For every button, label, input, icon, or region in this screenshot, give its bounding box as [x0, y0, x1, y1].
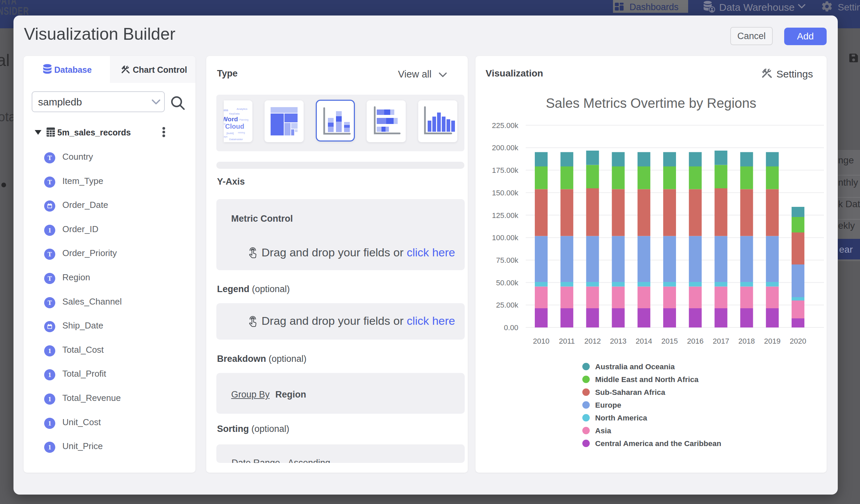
svg-text:Cloud: Cloud: [225, 123, 244, 130]
svg-text:Middle East and North Africa: Middle East and North Africa: [595, 375, 699, 384]
svg-text:100.00k: 100.00k: [492, 233, 519, 242]
svg-text:2015: 2015: [661, 337, 678, 345]
svg-text:75.00k: 75.00k: [496, 256, 519, 264]
svg-text:Central America and the Caribb: Central America and the Caribbean: [595, 439, 721, 448]
svg-text:2011: 2011: [559, 337, 575, 345]
svg-text:2020: 2020: [790, 337, 806, 345]
svg-text:Sales Metrics Overtime by Regi: Sales Metrics Overtime by Regions: [546, 96, 757, 111]
svg-text:150.00k: 150.00k: [492, 189, 519, 197]
svg-text:Australia and Oceania: Australia and Oceania: [595, 362, 675, 371]
svg-text:Analytics: Analytics: [236, 107, 247, 111]
svg-text:North America: North America: [595, 414, 647, 422]
svg-text:2018: 2018: [739, 337, 755, 345]
svg-text:200.00k: 200.00k: [492, 144, 519, 152]
svg-text:175.00k: 175.00k: [492, 166, 519, 174]
svg-text:Visualization: Visualization: [486, 68, 543, 78]
svg-text:2014: 2014: [635, 337, 652, 345]
svg-text:mining: mining: [238, 131, 245, 134]
svg-text:2010: 2010: [533, 337, 550, 345]
svg-text:2013: 2013: [610, 337, 627, 345]
svg-text:DataInsider: DataInsider: [229, 138, 243, 141]
svg-text:[build]: [build]: [227, 132, 233, 135]
svg-text:iness: iness: [224, 109, 228, 112]
svg-text:Sub-Saharan Africa: Sub-Saharan Africa: [595, 388, 665, 397]
svg-text:2012: 2012: [584, 337, 601, 345]
svg-text:25.00k: 25.00k: [496, 301, 519, 309]
svg-text:Word: Word: [224, 116, 238, 123]
svg-text:2017: 2017: [713, 337, 729, 345]
svg-text:Asia: Asia: [595, 427, 611, 435]
svg-text:50.00k: 50.00k: [496, 278, 519, 287]
svg-text:Europe: Europe: [595, 401, 621, 409]
svg-text:0.00: 0.00: [504, 323, 518, 332]
svg-text:225.00k: 225.00k: [492, 121, 519, 130]
svg-text:125.00k: 125.00k: [492, 211, 519, 220]
svg-text:KeyData: KeyData: [229, 112, 240, 115]
svg-text:Planning: Planning: [239, 119, 248, 121]
svg-text:2016: 2016: [687, 337, 704, 345]
svg-text:maps: maps: [224, 135, 228, 138]
svg-text:2019: 2019: [764, 337, 780, 345]
